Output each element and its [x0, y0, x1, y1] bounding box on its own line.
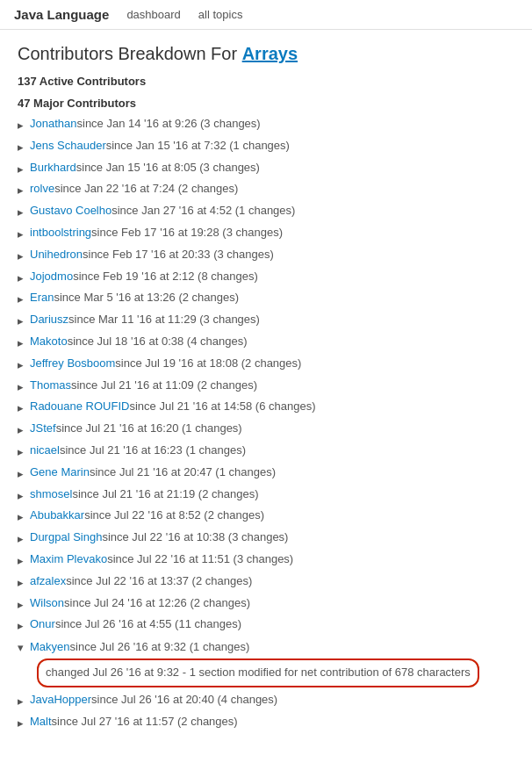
major-contributors-label: 47 Major Contributors: [18, 97, 514, 110]
contributor-meta: since Jul 22 '16 at 11:51 (3 changes): [107, 551, 293, 569]
contributor-name[interactable]: Eran: [30, 289, 54, 307]
contributor-name[interactable]: Malt: [30, 713, 52, 731]
contributor-name[interactable]: Gene Marin: [30, 464, 90, 482]
chevron-right-icon: ▸: [18, 617, 30, 636]
contributor-name[interactable]: Jojodmo: [30, 268, 73, 286]
contributor-meta: since Jul 26 '16 at 20:40 (4 changes): [91, 691, 277, 709]
contributor-meta: since Jul 21 '16 at 20:47 (1 changes): [90, 464, 276, 482]
contributor-name[interactable]: Makoto: [30, 333, 68, 351]
contributor-meta: since Jan 15 '16 at 8:05 (3 changes): [76, 159, 260, 177]
chevron-right-icon: ▸: [18, 161, 30, 179]
contributor-meta: since Jul 26 '16 at 4:55 (11 changes): [55, 615, 241, 634]
main-content: Contributors Breakdown For Arrays 137 Ac…: [0, 30, 532, 748]
list-item: ▸ Onur since Jul 26 '16 at 4:55 (11 chan…: [18, 615, 514, 636]
contributor-name[interactable]: afzalex: [30, 572, 66, 591]
contributor-name[interactable]: Unihedron: [30, 246, 83, 264]
list-item: ▸ Jens Schauder since Jan 15 '16 at 7:32…: [18, 137, 514, 157]
list-item: ▸ Gene Marin since Jul 21 '16 at 20:47 (…: [18, 464, 514, 484]
list-item: ▸ Burkhard since Jan 15 '16 at 8:05 (3 c…: [18, 159, 514, 179]
list-item: ▸ Gustavo Coelho since Jan 27 '16 at 4:5…: [18, 202, 514, 222]
list-item: ▾ Makyen since Jul 26 '16 at 9:32 (1 cha…: [18, 637, 514, 689]
list-item: ▸ Radouane ROUFID since Jul 21 '16 at 14…: [18, 398, 514, 418]
chevron-right-icon: ▸: [18, 139, 30, 157]
list-item: ▸ Durgpal Singh since Jul 22 '16 at 10:3…: [18, 529, 514, 549]
contributor-name[interactable]: Thomas: [30, 377, 71, 395]
list-item: ▸ Jeffrey Bosboom since Jul 19 '16 at 18…: [18, 355, 514, 375]
chevron-right-icon: ▸: [18, 693, 30, 711]
chevron-right-icon: ▸: [18, 248, 30, 266]
contributor-meta: since Feb 19 '16 at 2:12 (8 changes): [73, 268, 258, 286]
contributor-name[interactable]: JavaHopper: [30, 691, 91, 709]
contributor-meta: since Feb 17 '16 at 20:33 (3 changes): [83, 246, 274, 264]
list-item: ▸ Wilson since Jul 24 '16 at 12:26 (2 ch…: [18, 594, 514, 615]
contributor-meta: since Jul 21 '16 at 16:20 (1 changes): [56, 420, 242, 438]
chevron-right-icon: ▸: [18, 291, 30, 309]
contributor-meta: since Jul 21 '16 at 14:58 (6 changes): [129, 398, 315, 416]
list-item: ▸ rolve since Jan 22 '16 at 7:24 (2 chan…: [18, 180, 514, 200]
contributor-name[interactable]: Makyen: [30, 638, 70, 657]
chevron-right-icon: ▸: [18, 117, 30, 135]
contributor-meta: since Jul 21 '16 at 16:23 (1 changes): [60, 442, 246, 460]
contributor-meta: since Jul 26 '16 at 9:32 (1 changes): [70, 638, 250, 657]
contributor-name[interactable]: JStef: [30, 420, 56, 438]
chevron-right-icon: ▸: [18, 182, 30, 200]
contributor-list: ▸ Jonathan since Jan 14 '16 at 9:26 (3 c…: [18, 115, 514, 732]
contributor-main-line: ▾ Makyen since Jul 26 '16 at 9:32 (1 cha…: [18, 637, 249, 658]
list-item: ▸ JStef since Jul 21 '16 at 16:20 (1 cha…: [18, 420, 514, 440]
contributor-name[interactable]: Jonathan: [30, 115, 77, 133]
contributor-meta: since Jul 22 '16 at 13:37 (2 changes): [66, 572, 252, 591]
list-item: ▸ intboolstring since Feb 17 '16 at 19:2…: [18, 224, 514, 244]
list-item: ▸ Thomas since Jul 21 '16 at 11:09 (2 ch…: [18, 377, 514, 397]
list-item: ▸ Eran since Mar 5 '16 at 13:26 (2 chang…: [18, 289, 514, 309]
list-item: ▸ Makoto since Jul 18 '16 at 0:38 (4 cha…: [18, 333, 514, 353]
chevron-right-icon: ▸: [18, 421, 30, 440]
contributor-name[interactable]: Onur: [30, 615, 55, 634]
list-item: ▸ afzalex since Jul 22 '16 at 13:37 (2 c…: [18, 572, 514, 593]
topic-link[interactable]: Arrays: [242, 44, 298, 63]
all-topics-link[interactable]: all topics: [198, 8, 243, 21]
contributor-name[interactable]: Radouane ROUFID: [30, 398, 129, 416]
contributor-name[interactable]: Maxim Plevako: [30, 551, 107, 569]
list-item: ▸ Unihedron since Feb 17 '16 at 20:33 (3…: [18, 246, 514, 266]
page-title: Contributors Breakdown For Arrays: [18, 44, 514, 64]
contributor-meta: since Jul 22 '16 at 10:38 (3 changes): [102, 529, 288, 547]
list-item: ▸ nicael since Jul 21 '16 at 16:23 (1 ch…: [18, 442, 514, 462]
contributor-meta: since Jul 21 '16 at 21:19 (2 changes): [72, 486, 258, 504]
contributor-name[interactable]: Burkhard: [30, 159, 76, 177]
chevron-right-icon: ▸: [18, 465, 30, 484]
chevron-right-icon: ▸: [18, 356, 30, 375]
chevron-right-icon: ▸: [18, 508, 30, 527]
contributor-name[interactable]: Wilson: [30, 594, 64, 613]
chevron-right-icon: ▸: [18, 226, 30, 244]
chevron-right-icon: ▸: [18, 574, 30, 593]
chevron-right-icon: ▸: [18, 335, 30, 353]
contributor-name[interactable]: nicael: [30, 442, 60, 460]
contributor-name[interactable]: Gustavo Coelho: [30, 202, 111, 220]
change-text: changed Jul 26 '16 at 9:32 - 1 section m…: [46, 666, 471, 679]
contributor-meta: since Feb 17 '16 at 19:28 (3 changes): [91, 224, 283, 242]
chevron-right-icon: ▸: [18, 596, 30, 615]
contributor-meta: since Jul 27 '16 at 11:57 (2 changes): [52, 713, 238, 731]
list-item: ▸ JavaHopper since Jul 26 '16 at 20:40 (…: [18, 691, 514, 711]
contributor-meta: since Jul 22 '16 at 8:52 (2 changes): [84, 507, 264, 525]
contributor-name[interactable]: Abubakkar: [30, 507, 84, 525]
contributor-name[interactable]: Jens Schauder: [30, 137, 106, 155]
chevron-right-icon: ▸: [18, 270, 30, 288]
contributor-meta: since Jul 24 '16 at 12:26 (2 changes): [64, 594, 250, 613]
contributor-meta: since Jan 27 '16 at 4:52 (1 changes): [111, 202, 295, 220]
contributor-meta: since Jul 21 '16 at 11:09 (2 changes): [71, 377, 257, 395]
contributor-name[interactable]: Durgpal Singh: [30, 529, 102, 547]
list-item: ▸ shmosel since Jul 21 '16 at 21:19 (2 c…: [18, 486, 514, 506]
dashboard-link[interactable]: dashboard: [126, 8, 180, 21]
contributor-name[interactable]: Dariusz: [30, 311, 68, 329]
contributor-name[interactable]: rolve: [30, 180, 54, 198]
chevron-right-icon: ▸: [18, 313, 30, 331]
contributor-change-detail: changed Jul 26 '16 at 9:32 - 1 section m…: [37, 658, 479, 687]
list-item: ▸ Jonathan since Jan 14 '16 at 9:26 (3 c…: [18, 115, 514, 135]
chevron-right-icon: ▸: [18, 443, 30, 462]
contributor-name[interactable]: shmosel: [30, 486, 72, 504]
contributor-name[interactable]: intboolstring: [30, 224, 91, 242]
active-contributors-stat: 137 Active Contributors: [18, 75, 514, 88]
contributor-name[interactable]: Jeffrey Bosboom: [30, 355, 115, 373]
chevron-right-icon: ▸: [18, 399, 30, 418]
